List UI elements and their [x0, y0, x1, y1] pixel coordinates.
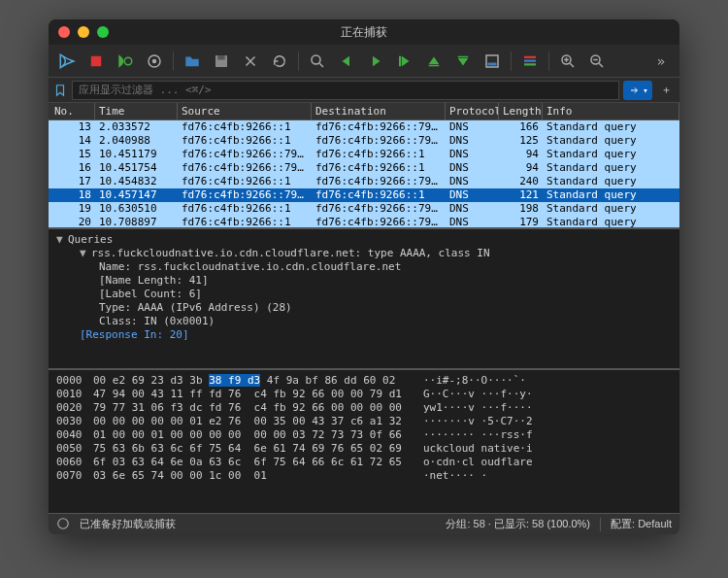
traffic-lights — [58, 26, 109, 38]
hex-row[interactable]: 005075 63 6b 63 6c 6f 75 64 6e 61 74 69 … — [56, 442, 672, 456]
goto-packet-button[interactable] — [392, 49, 417, 74]
details-response-in-link[interactable]: [Response In: 20] — [56, 328, 672, 342]
details-class[interactable]: Class: IN (0x0001) — [56, 315, 672, 328]
details-type[interactable]: Type: AAAA (IPv6 Address) (28) — [56, 301, 672, 315]
find-button[interactable] — [305, 49, 330, 74]
svg-point-17 — [58, 518, 69, 528]
autoscroll-button[interactable] — [480, 49, 505, 74]
capture-options-button[interactable] — [142, 49, 167, 74]
zoom-in-button[interactable] — [555, 49, 580, 74]
restart-capture-button[interactable] — [113, 49, 138, 74]
svg-rect-12 — [524, 55, 536, 57]
minimize-button[interactable] — [78, 26, 89, 38]
packet-row[interactable]: 1510.451179fd76:c4fb:9266::79…fd76:c4fb:… — [49, 148, 679, 161]
hex-row[interactable]: 003000 00 00 00 00 01 e2 76 00 35 00 43 … — [56, 415, 672, 428]
details-name-length[interactable]: [Name Length: 41] — [56, 274, 672, 288]
wireshark-window: 正在捕获 — [49, 19, 679, 534]
svg-rect-8 — [429, 64, 440, 66]
next-packet-button[interactable] — [363, 49, 388, 74]
col-header-no[interactable]: No. — [49, 103, 95, 119]
stop-capture-button[interactable] — [83, 49, 109, 74]
svg-rect-11 — [488, 62, 497, 65]
svg-rect-5 — [217, 55, 225, 60]
hex-row[interactable]: 00606f 03 63 64 6e 0a 63 6c 6f 75 64 66 … — [56, 456, 672, 469]
col-header-source[interactable]: Source — [178, 103, 312, 119]
packet-list-body[interactable]: 132.033572fd76:c4fb:9266::1fd76:c4fb:926… — [49, 120, 679, 229]
packet-details-pane[interactable]: ▼Queries ▼rss.fuckcloudnative.io.cdn.clo… — [49, 229, 679, 370]
goto-last-button[interactable] — [450, 49, 476, 74]
start-capture-button[interactable] — [54, 49, 80, 74]
filter-apply-button[interactable]: ▾ — [623, 81, 652, 100]
titlebar[interactable]: 正在捕获 — [49, 19, 679, 45]
svg-rect-14 — [524, 63, 536, 65]
svg-rect-13 — [524, 59, 536, 61]
save-button[interactable] — [209, 49, 234, 74]
display-filter-input[interactable] — [72, 81, 619, 100]
svg-point-1 — [124, 57, 132, 65]
hex-row[interactable]: 001047 94 00 43 11 ff fd 76 c4 fb 92 66 … — [56, 388, 672, 401]
status-bar: 已准备好加载或捕获 分组: 58 · 已显示: 58 (100.0%) 配置: … — [49, 513, 679, 534]
packet-row[interactable]: 132.033572fd76:c4fb:9266::1fd76:c4fb:926… — [49, 120, 679, 134]
goto-first-button[interactable] — [421, 49, 447, 74]
svg-point-6 — [312, 55, 320, 64]
packet-row[interactable]: 1810.457147fd76:c4fb:9266::79…fd76:c4fb:… — [49, 188, 679, 202]
main-toolbar: » — [49, 45, 679, 78]
packet-list-header[interactable]: No. Time Source Destination Protocol Len… — [49, 103, 679, 120]
filter-bar: ▾ ＋ — [49, 78, 679, 103]
close-file-button[interactable] — [238, 49, 263, 74]
toolbar-overflow-button[interactable]: » — [648, 49, 674, 74]
col-header-destination[interactable]: Destination — [312, 103, 446, 119]
details-label-count[interactable]: [Label Count: 6] — [56, 288, 672, 301]
colorize-button[interactable] — [517, 49, 543, 74]
filter-add-button[interactable]: ＋ — [656, 81, 676, 100]
col-header-time[interactable]: Time — [95, 103, 178, 119]
packet-row[interactable]: 1910.630510fd76:c4fb:9266::1fd76:c4fb:92… — [49, 202, 679, 216]
svg-point-3 — [152, 58, 157, 63]
prev-packet-button[interactable] — [334, 49, 359, 74]
reload-button[interactable] — [267, 49, 292, 74]
col-header-length[interactable]: Length — [499, 103, 543, 119]
hex-row[interactable]: 007003 6e 65 74 00 00 1c 00 01·net···· · — [56, 469, 672, 483]
svg-rect-0 — [91, 55, 102, 66]
details-query-row[interactable]: ▼rss.fuckcloudnative.io.cdn.cloudflare.n… — [56, 247, 672, 260]
close-button[interactable] — [58, 26, 70, 38]
hex-row[interactable]: 002079 77 31 06 f3 dc fd 76 c4 fb 92 66 … — [56, 401, 672, 415]
col-header-info[interactable]: Info — [543, 103, 679, 119]
details-queries[interactable]: ▼Queries — [56, 233, 672, 247]
packet-row[interactable]: 2010.708897fd76:c4fb:9266::1fd76:c4fb:92… — [49, 216, 679, 229]
maximize-button[interactable] — [97, 26, 109, 38]
details-name[interactable]: Name: rss.fuckcloudnative.io.cdn.cloudfl… — [56, 260, 672, 274]
bookmark-icon[interactable] — [52, 83, 68, 98]
status-packets-text: 分组: 58 · 已显示: 58 (100.0%) — [446, 517, 590, 531]
hex-row[interactable]: 004001 00 00 01 00 00 00 00 00 00 03 72 … — [56, 428, 672, 442]
expert-info-icon[interactable] — [56, 517, 70, 532]
window-title: 正在捕获 — [49, 24, 679, 41]
status-profile-text[interactable]: 配置: Default — [611, 517, 672, 531]
open-file-button[interactable] — [180, 49, 205, 74]
packet-list-pane: No. Time Source Destination Protocol Len… — [49, 103, 679, 229]
status-ready-text: 已准备好加载或捕获 — [80, 517, 176, 531]
hex-pane[interactable]: 000000 e2 69 23 d3 3b 38 f9 d3 4f 9a bf … — [49, 370, 679, 513]
hex-row[interactable]: 000000 e2 69 23 d3 3b 38 f9 d3 4f 9a bf … — [56, 374, 672, 388]
col-header-protocol[interactable]: Protocol — [446, 103, 499, 119]
packet-row[interactable]: 1710.454832fd76:c4fb:9266::1fd76:c4fb:92… — [49, 175, 679, 188]
svg-rect-7 — [399, 55, 401, 66]
zoom-out-button[interactable] — [584, 49, 610, 74]
packet-row[interactable]: 1610.451754fd76:c4fb:9266::79…fd76:c4fb:… — [49, 161, 679, 175]
packet-row[interactable]: 142.040988fd76:c4fb:9266::1fd76:c4fb:926… — [49, 134, 679, 148]
svg-rect-9 — [458, 55, 469, 57]
